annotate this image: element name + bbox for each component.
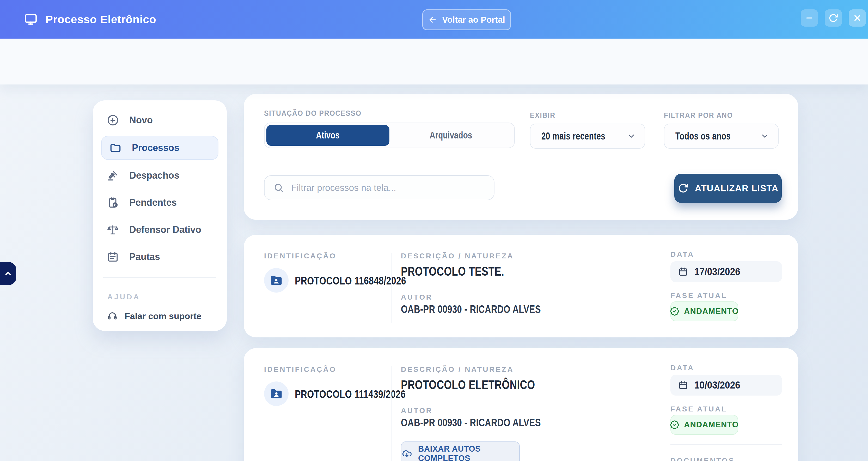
autor-label: AUTOR — [401, 406, 433, 415]
toggle-ativos[interactable]: Ativos — [267, 125, 390, 146]
calendar-icon — [678, 267, 688, 277]
status-text: ANDAMENTO — [684, 420, 739, 429]
sidebar: Novo Processos Despachos Pendentes Defen… — [93, 100, 227, 331]
window-controls — [801, 9, 866, 27]
status-text: ANDAMENTO — [684, 307, 739, 316]
sidebar-divider — [103, 277, 216, 278]
app-brand: Processo Eletrônico — [24, 12, 156, 26]
app-title: Processo Eletrônico — [45, 13, 156, 26]
process-author: OAB-PR 00930 - RICARDO ALVES — [401, 417, 580, 429]
clipboard-clock-icon — [107, 196, 119, 209]
monitor-icon — [24, 12, 37, 26]
folder-user-icon — [270, 274, 283, 287]
gavel-icon — [107, 170, 119, 182]
reload-button[interactable] — [825, 9, 842, 27]
chevron-down-icon — [761, 132, 769, 141]
baixar-autos-button[interactable]: BAIXAR AUTOS COMPLETOS — [401, 441, 520, 461]
data-label: DATA — [671, 250, 694, 259]
descricao-label: DESCRIÇÃO / NATUREZA — [401, 252, 514, 260]
data-label: DATA — [671, 364, 694, 372]
chevron-up-icon — [4, 269, 12, 278]
date-value: 10/03/2026 — [694, 379, 745, 391]
autor-label: AUTOR — [401, 293, 433, 301]
exibir-label: EXIBIR — [530, 111, 558, 120]
card-divider — [392, 366, 392, 461]
app-titlebar: Processo Eletrônico Voltar ao Portal — [0, 0, 868, 39]
refresh-icon — [829, 13, 838, 23]
chevron-down-icon — [627, 132, 636, 141]
folder-user-icon — [270, 387, 283, 400]
status-badge: ANDAMENTO — [671, 301, 738, 321]
date-value: 17/03/2026 — [694, 266, 745, 277]
search-input[interactable] — [291, 182, 485, 193]
headset-icon — [107, 311, 118, 321]
minimize-button[interactable] — [801, 9, 818, 27]
fase-label: FASE ATUAL — [671, 291, 727, 300]
process-title: PROTOCOLO TESTE. — [401, 264, 533, 278]
documentos-label: DOCUMENTOS — [671, 457, 735, 461]
card-divider — [392, 253, 392, 323]
sidebar-item-defensor-dativo[interactable]: Defensor Dativo — [99, 216, 220, 243]
situacao-label: SITUAÇÃO DO PROCESSO — [264, 109, 372, 118]
sidebar-item-processos[interactable]: Processos — [101, 136, 218, 160]
plus-circle-icon — [107, 114, 119, 126]
calendar-icon — [678, 380, 688, 390]
refresh-icon — [678, 183, 689, 194]
ano-select[interactable]: Todos os anos — [664, 124, 779, 149]
page-header — [0, 39, 868, 85]
process-card[interactable]: IDENTIFICAÇÃO PROTOCOLO 116848/2026 DESC… — [244, 235, 798, 337]
close-icon — [852, 13, 862, 23]
date-chip: 17/03/2026 — [671, 261, 782, 282]
search-icon — [273, 183, 284, 193]
exibir-select[interactable]: 20 mais recentes — [530, 124, 645, 149]
search-box — [264, 175, 494, 200]
support-link[interactable]: Falar com suporte — [107, 311, 227, 321]
status-badge: ANDAMENTO — [671, 415, 738, 435]
process-author: OAB-PR 00930 - RICARDO ALVES — [401, 303, 580, 315]
close-button[interactable] — [849, 9, 866, 27]
atualizar-lista-button[interactable]: ATUALIZAR LISTA — [674, 174, 782, 203]
sidebar-item-pendentes[interactable]: Pendentes — [99, 189, 220, 216]
fase-label: FASE ATUAL — [671, 405, 727, 413]
sidebar-item-novo[interactable]: Novo — [99, 106, 220, 134]
folder-icon — [110, 142, 121, 154]
help-section-label: AJUDA — [107, 293, 227, 301]
back-to-portal-button[interactable]: Voltar ao Portal — [422, 9, 511, 30]
filtrar-ano-label: FILTRAR POR ANO — [664, 111, 741, 120]
process-title: PROTOCOLO ELETRÔNICO — [401, 377, 573, 392]
scales-icon — [107, 224, 119, 236]
protocol-avatar — [264, 381, 288, 406]
documents-divider — [671, 444, 782, 444]
descricao-label: DESCRIÇÃO / NATUREZA — [401, 365, 514, 374]
minimize-icon — [805, 13, 814, 23]
cloud-download-icon — [401, 448, 412, 459]
protocol-avatar — [264, 268, 288, 293]
arrow-left-icon — [428, 15, 437, 25]
sidebar-item-pautas[interactable]: Pautas — [99, 243, 220, 270]
process-card[interactable]: IDENTIFICAÇÃO PROTOCOLO 111439/2026 DESC… — [244, 348, 798, 461]
badge-check-icon — [670, 420, 679, 429]
calendar-icon — [107, 251, 119, 263]
badge-check-icon — [670, 307, 679, 316]
identificacao-label: IDENTIFICAÇÃO — [264, 365, 337, 374]
panel-toggle-tab[interactable] — [0, 262, 16, 285]
sidebar-item-despachos[interactable]: Despachos — [99, 162, 220, 189]
filters-panel: SITUAÇÃO DO PROCESSO Ativos Arquivados E… — [244, 94, 798, 220]
identificacao-label: IDENTIFICAÇÃO — [264, 252, 337, 260]
toggle-arquivados[interactable]: Arquivados — [390, 125, 513, 146]
date-chip: 10/03/2026 — [671, 375, 782, 396]
status-toggle: Ativos Arquivados — [264, 123, 515, 148]
